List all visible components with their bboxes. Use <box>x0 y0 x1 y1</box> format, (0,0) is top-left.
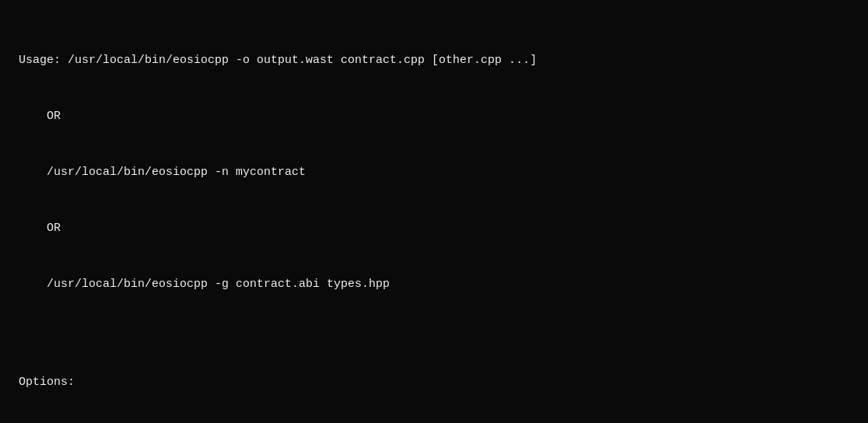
usage-header: Usage: /usr/local/bin/eosiocpp -o output… <box>19 51 849 70</box>
usage-label: Usage: <box>19 54 61 67</box>
usage-line3-text: /usr/local/bin/eosiocpp -g contract.abi … <box>47 278 390 291</box>
or1-label: OR <box>47 110 61 123</box>
or2-label: OR <box>47 222 61 235</box>
usage-line1: /usr/local/bin/eosiocpp -o output.wast c… <box>68 54 537 67</box>
or-line-2: OR <box>19 219 849 238</box>
usage-line2-text: /usr/local/bin/eosiocpp -n mycontract <box>47 166 306 179</box>
options-header: Options: <box>19 373 849 392</box>
or-line-1: OR <box>19 107 849 126</box>
options-label: Options: <box>19 376 75 389</box>
usage-line3: /usr/local/bin/eosiocpp -g contract.abi … <box>19 275 849 294</box>
usage-line2: /usr/local/bin/eosiocpp -n mycontract <box>19 163 849 182</box>
terminal-output: Usage: /usr/local/bin/eosiocpp -o output… <box>19 14 849 423</box>
